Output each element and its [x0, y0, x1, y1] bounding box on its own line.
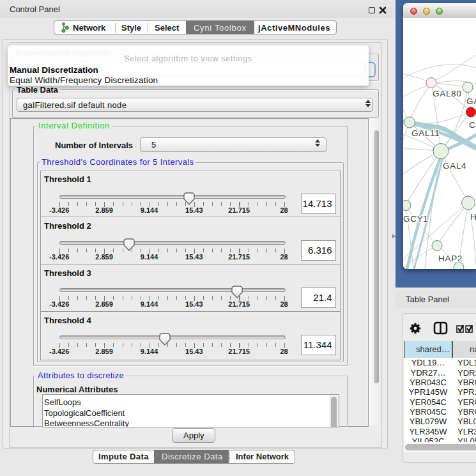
svg-text:HAP4: HAP4: [470, 212, 476, 222]
svg-text:C: C: [469, 120, 475, 130]
svg-text:GAL11: GAL11: [411, 128, 440, 138]
svg-text:HAP2: HAP2: [438, 254, 463, 263]
svg-text:GCY1: GCY1: [403, 214, 429, 224]
svg-text:GAL80: GAL80: [433, 89, 462, 98]
svg-text:GAL4: GAL4: [443, 161, 466, 171]
svg-text:GAL: GAL: [466, 96, 476, 106]
